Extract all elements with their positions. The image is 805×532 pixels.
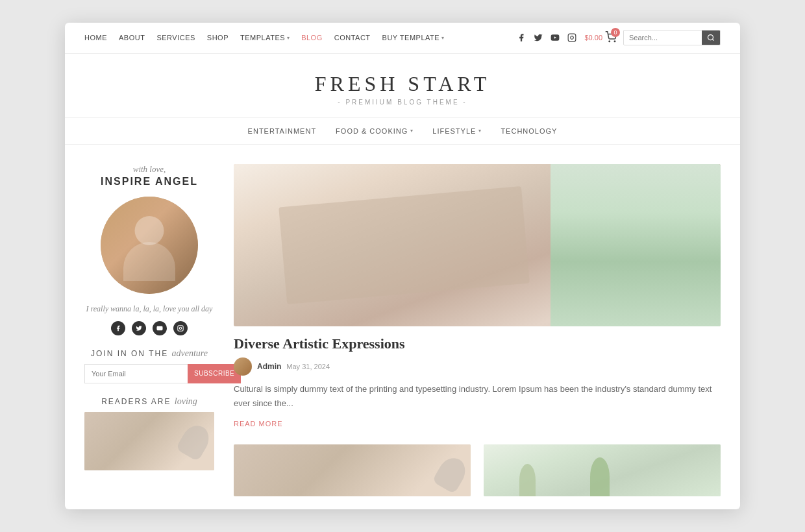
cart-price: $0.00 bbox=[584, 34, 602, 42]
avatar-image bbox=[101, 197, 198, 294]
author-avatar bbox=[101, 197, 198, 294]
svg-rect-1 bbox=[569, 34, 576, 42]
nav-contact[interactable]: CONTACT bbox=[334, 34, 371, 42]
youtube-icon[interactable] bbox=[549, 32, 561, 43]
search-input[interactable] bbox=[624, 31, 702, 44]
nav-templates[interactable]: TEMPLATES ▾ bbox=[240, 34, 290, 42]
author-section: with love, INSPIRE ANGEL I really wanna … bbox=[84, 164, 214, 335]
templates-chevron-icon: ▾ bbox=[287, 35, 290, 41]
search-icon bbox=[707, 34, 715, 42]
cart-badge: 0 bbox=[611, 28, 620, 37]
nav-shop[interactable]: SHOP bbox=[207, 34, 229, 42]
with-love-text: with love, bbox=[84, 164, 214, 175]
read-more-link[interactable]: READ MORE bbox=[234, 420, 283, 428]
site-subtitle: - PREMIIUM BLOG THEME - bbox=[65, 99, 740, 106]
nav-blog[interactable]: BLOG bbox=[301, 34, 323, 42]
subscribe-button[interactable]: SUBSCRIBE bbox=[188, 364, 241, 383]
subscribe-form: SUBSCRIBE bbox=[84, 364, 214, 383]
nav-services[interactable]: SERVICES bbox=[156, 34, 195, 42]
craft-artwork-image bbox=[234, 164, 721, 326]
food-chevron-icon: ▾ bbox=[410, 128, 413, 134]
cart-icon-wrap: 0 bbox=[605, 31, 617, 44]
author-youtube-icon[interactable] bbox=[153, 321, 167, 335]
top-nav-right: $0.00 0 bbox=[515, 30, 721, 45]
svg-point-5 bbox=[708, 35, 713, 40]
top-navigation: HOME ABOUT SERVICES SHOP TEMPLATES ▾ BLO… bbox=[65, 23, 740, 54]
sec-nav-lifestyle[interactable]: LIFESTYLE ▾ bbox=[432, 127, 481, 135]
second-post-1-image[interactable] bbox=[234, 444, 471, 496]
readers-thumbnail[interactable] bbox=[84, 412, 214, 470]
readers-title: READERS ARE loving bbox=[84, 396, 214, 407]
sec-nav-technology[interactable]: TECHNOLOGY bbox=[501, 127, 557, 135]
nav-about[interactable]: ABOUT bbox=[119, 34, 145, 42]
blog-content: Diverse Artistic Expressions Admin May 3… bbox=[234, 164, 721, 496]
sidebar: with love, INSPIRE ANGEL I really wanna … bbox=[84, 164, 214, 496]
browser-window: HOME ABOUT SERVICES SHOP TEMPLATES ▾ BLO… bbox=[65, 23, 740, 509]
svg-rect-8 bbox=[178, 326, 183, 331]
featured-post-image[interactable] bbox=[234, 164, 721, 326]
featured-post: Diverse Artistic Expressions Admin May 3… bbox=[234, 164, 721, 429]
author-bio: I really wanna la, la, la, love you all … bbox=[84, 303, 214, 315]
svg-point-4 bbox=[614, 41, 615, 42]
buy-template-chevron-icon: ▾ bbox=[441, 35, 444, 41]
search-button[interactable] bbox=[702, 30, 720, 45]
nav-buy-template[interactable]: BUY TEMPLATE ▾ bbox=[382, 34, 445, 42]
svg-line-6 bbox=[712, 40, 713, 41]
plants-img bbox=[484, 444, 721, 496]
author-facebook-icon[interactable] bbox=[111, 321, 125, 335]
second-post-2 bbox=[484, 444, 721, 496]
post-title: Diverse Artistic Expressions bbox=[234, 335, 721, 352]
post-author-avatar bbox=[234, 357, 252, 376]
site-header: FRESH START - PREMIIUM BLOG THEME - bbox=[65, 54, 740, 118]
sec-nav-entertainment[interactable]: ENTERTAINMENT bbox=[248, 127, 317, 135]
main-content: with love, INSPIRE ANGEL I really wanna … bbox=[65, 145, 740, 509]
search-area bbox=[623, 30, 721, 45]
author-instagram-icon[interactable] bbox=[173, 321, 188, 335]
post-meta: Admin May 31, 2024 bbox=[234, 357, 721, 376]
top-nav-links: HOME ABOUT SERVICES SHOP TEMPLATES ▾ BLO… bbox=[84, 34, 444, 42]
author-twitter-icon[interactable] bbox=[132, 321, 146, 335]
readers-section: READERS ARE loving bbox=[84, 396, 214, 470]
craft-image bbox=[84, 412, 214, 470]
second-row-posts bbox=[234, 444, 721, 496]
second-post-1 bbox=[234, 444, 471, 496]
join-section: JOIN IN ON THE adventure SUBSCRIBE bbox=[84, 348, 214, 383]
cart-area[interactable]: $0.00 0 bbox=[584, 31, 617, 44]
join-title: JOIN IN ON THE adventure bbox=[84, 348, 214, 359]
nav-home[interactable]: HOME bbox=[84, 34, 107, 42]
second-post-2-image[interactable] bbox=[484, 444, 721, 496]
post-excerpt: Cultural is simply dummy text of the pri… bbox=[234, 382, 721, 411]
site-title: FRESH START bbox=[65, 72, 740, 96]
facebook-icon[interactable] bbox=[515, 32, 527, 43]
post-author-name: Admin bbox=[257, 362, 281, 371]
post-date: May 31, 2024 bbox=[286, 363, 330, 370]
social-icons-group bbox=[515, 32, 578, 43]
twitter-icon[interactable] bbox=[532, 32, 544, 43]
lifestyle-chevron-icon: ▾ bbox=[478, 128, 481, 134]
instagram-icon[interactable] bbox=[566, 32, 578, 43]
secondary-navigation: ENTERTAINMENT FOOD & COOKING ▾ LIFESTYLE… bbox=[65, 118, 740, 145]
author-name: INSPIRE ANGEL bbox=[84, 176, 214, 187]
craft-img-2 bbox=[234, 444, 471, 496]
author-social-links bbox=[84, 321, 214, 335]
svg-point-3 bbox=[609, 41, 610, 42]
email-input[interactable] bbox=[84, 364, 188, 383]
sec-nav-food[interactable]: FOOD & COOKING ▾ bbox=[336, 127, 413, 135]
